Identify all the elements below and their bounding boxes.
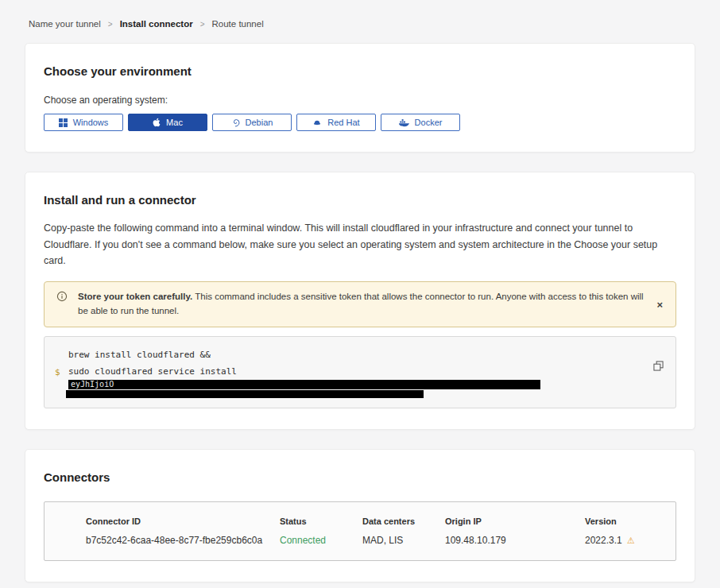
col-header-status: Status <box>280 516 362 535</box>
version-text: 2022.3.1 <box>585 535 622 546</box>
os-button-label: Docker <box>415 118 443 127</box>
breadcrumb: Name your tunnel > Install connector > R… <box>0 0 720 43</box>
breadcrumb-separator: > <box>200 20 205 29</box>
cell-origin-ip: 109.48.10.179 <box>445 535 585 546</box>
cell-data-centers: MAD, LIS <box>362 535 445 546</box>
card-title-install-connector: Install and run a connector <box>44 193 676 207</box>
docker-icon <box>399 118 409 127</box>
token-prefix: eyJhIjoiO <box>71 380 114 389</box>
os-button-row: Windows Mac Debian Red Hat Docker <box>44 114 676 131</box>
redacted-token-bar: eyJhIjoiO <box>68 380 540 389</box>
version-warning-icon: ⚠ <box>627 536 635 545</box>
card-title-connectors: Connectors <box>44 470 676 484</box>
alert-title: Store your token carefully. <box>78 292 192 301</box>
connectors-table: Connector ID Status Data centers Origin … <box>44 501 676 561</box>
install-command-code-block: $ brew install cloudflared && sudo cloud… <box>44 336 676 408</box>
card-title-choose-environment: Choose your environment <box>44 64 676 78</box>
breadcrumb-step-route-tunnel: Route tunnel <box>212 19 264 29</box>
choose-environment-card: Choose your environment Choose an operat… <box>25 43 695 153</box>
table-header-row: Connector ID Status Data centers Origin … <box>86 516 660 535</box>
os-button-label: Debian <box>246 118 273 127</box>
os-button-docker[interactable]: Docker <box>381 114 460 131</box>
cell-status: Connected <box>280 535 362 546</box>
cell-connector-id: b7c52c42-6caa-48ee-8c77-fbe259cb6c0a <box>86 535 280 546</box>
table-row: b7c52c42-6caa-48ee-8c77-fbe259cb6c0a Con… <box>86 535 660 546</box>
install-connector-card: Install and run a connector Copy-paste t… <box>25 172 695 430</box>
info-icon <box>56 291 68 307</box>
os-button-debian[interactable]: Debian <box>212 114 292 131</box>
col-header-origin-ip: Origin IP <box>445 516 585 535</box>
os-select-label: Choose an operating system: <box>44 95 676 106</box>
os-button-label: Mac <box>166 118 183 127</box>
os-button-label: Red Hat <box>327 118 359 127</box>
debian-icon <box>231 118 240 127</box>
os-button-windows[interactable]: Windows <box>44 114 123 131</box>
os-button-label: Windows <box>73 118 109 127</box>
redhat-icon <box>312 118 322 127</box>
close-icon[interactable]: × <box>652 295 668 313</box>
copy-icon[interactable] <box>652 359 665 375</box>
os-button-mac[interactable]: Mac <box>128 114 207 131</box>
os-button-redhat[interactable]: Red Hat <box>296 114 376 131</box>
cell-version: 2022.3.1 ⚠ <box>585 535 660 546</box>
col-header-data-centers: Data centers <box>362 516 445 535</box>
shell-prompt: $ <box>55 367 60 377</box>
col-header-connector-id: Connector ID <box>86 516 280 535</box>
breadcrumb-step-name-your-tunnel[interactable]: Name your tunnel <box>29 19 101 29</box>
breadcrumb-separator: > <box>108 20 113 29</box>
code-line-brew-install: brew install cloudflared && <box>68 346 641 363</box>
connectors-card: Connectors Connector ID Status Data cent… <box>25 449 695 582</box>
breadcrumb-step-install-connector: Install connector <box>120 19 193 29</box>
install-description: Copy-paste the following command into a … <box>44 220 676 269</box>
redacted-token-bar <box>66 390 424 398</box>
apple-icon <box>153 118 161 127</box>
code-line-service-install: sudo cloudflared service install <box>68 363 641 380</box>
token-warning-alert: Store your token carefully.This command … <box>44 281 676 327</box>
windows-icon <box>59 118 68 127</box>
col-header-version: Version <box>585 516 660 535</box>
